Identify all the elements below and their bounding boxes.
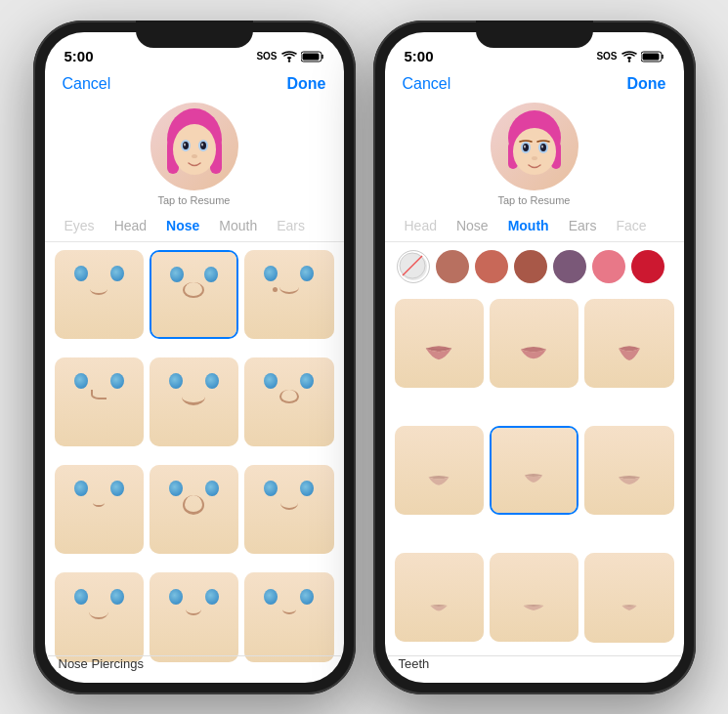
tap-to-resume-right: Tap to Resume: [498, 194, 571, 206]
mouth-option-2[interactable]: [490, 299, 578, 388]
nose-option-11[interactable]: [150, 572, 238, 661]
svg-point-24: [540, 144, 546, 151]
cancel-button-right[interactable]: Cancel: [403, 75, 451, 93]
done-button-left[interactable]: Done: [287, 75, 326, 93]
mouth-grid: [385, 291, 684, 683]
svg-point-23: [523, 144, 529, 151]
tap-to-resume-left: Tap to Resume: [158, 194, 231, 206]
svg-point-0: [287, 60, 289, 62]
phone-right: 5:00 SOS: [373, 21, 696, 694]
cancel-button-left[interactable]: Cancel: [63, 75, 111, 93]
svg-point-10: [200, 142, 206, 149]
wifi-icon-right: [621, 51, 637, 63]
nose-option-7[interactable]: [55, 465, 144, 554]
svg-point-27: [532, 156, 537, 160]
tab-nose-left[interactable]: Nose: [156, 214, 209, 237]
mouth-option-6[interactable]: [584, 426, 673, 515]
tabs-left: Eyes Head Nose Mouth Ears: [45, 210, 344, 242]
tab-face-right[interactable]: Face: [606, 214, 656, 237]
avatar-section-left: Tap to Resume: [45, 99, 344, 210]
nose-option-1[interactable]: [55, 250, 144, 339]
svg-point-14: [627, 60, 629, 62]
color-swatches: [385, 242, 684, 291]
signal-text-right: SOS: [596, 51, 617, 62]
tab-ears-left[interactable]: Ears: [267, 214, 315, 237]
phone-left-screen: 5:00 SOS: [45, 32, 344, 683]
mouth-option-9[interactable]: [584, 553, 673, 642]
swatch-5[interactable]: [592, 250, 625, 283]
nose-option-9[interactable]: [244, 465, 333, 554]
tab-mouth-left[interactable]: Mouth: [209, 214, 267, 237]
nose-option-2[interactable]: [150, 250, 238, 339]
svg-point-6: [173, 124, 216, 175]
tab-nose-right[interactable]: Nose: [447, 214, 498, 237]
bottom-label-right: Teeth: [385, 655, 684, 675]
mouth-option-1[interactable]: [395, 299, 484, 388]
time-left: 5:00: [64, 48, 94, 64]
svg-rect-2: [302, 53, 319, 60]
time-right: 5:00: [405, 48, 434, 64]
avatar-svg-left: [150, 103, 238, 190]
done-button-right[interactable]: Done: [627, 75, 666, 93]
avatar-left[interactable]: [150, 103, 238, 190]
nav-bar-right: Cancel Done: [385, 71, 684, 99]
svg-point-13: [192, 154, 197, 158]
mouth-option-3[interactable]: [584, 299, 673, 388]
nose-option-12[interactable]: [244, 572, 333, 661]
mouth-option-5[interactable]: [490, 426, 578, 515]
tab-eyes-left[interactable]: Eyes: [55, 214, 105, 237]
wifi-icon-left: [281, 51, 297, 63]
mouth-option-7[interactable]: [395, 553, 484, 642]
bottom-label-left: Nose Piercings: [45, 655, 344, 675]
avatar-section-right: Tap to Resume: [385, 99, 684, 210]
swatch-6[interactable]: [631, 250, 664, 283]
nose-option-10[interactable]: [55, 572, 144, 661]
swatch-4[interactable]: [553, 250, 586, 283]
phone-left: 5:00 SOS: [33, 21, 356, 694]
svg-line-29: [403, 256, 422, 275]
phones-container: 5:00 SOS: [33, 21, 696, 694]
tab-mouth-right[interactable]: Mouth: [498, 214, 559, 237]
notch-left: [136, 21, 253, 48]
nose-option-6[interactable]: [244, 357, 333, 446]
svg-point-11: [184, 143, 186, 146]
swatch-2[interactable]: [475, 250, 508, 283]
mouth-option-4[interactable]: [395, 426, 484, 515]
signal-text-left: SOS: [256, 51, 277, 62]
swatch-3[interactable]: [514, 250, 547, 283]
avatar-right[interactable]: [491, 103, 578, 190]
mouth-option-8[interactable]: [490, 553, 578, 642]
svg-point-26: [541, 145, 543, 147]
svg-point-12: [201, 143, 203, 146]
nose-option-5[interactable]: [150, 357, 238, 446]
status-icons-right: SOS: [596, 51, 664, 63]
tab-ears-right[interactable]: Ears: [559, 214, 607, 237]
svg-point-25: [524, 145, 526, 147]
phone-right-screen: 5:00 SOS: [385, 32, 684, 683]
tabs-right: Head Nose Mouth Ears Face: [385, 210, 684, 242]
svg-point-9: [183, 142, 189, 149]
nose-option-8[interactable]: [150, 465, 238, 554]
status-icons-left: SOS: [256, 51, 323, 63]
battery-icon-right: [641, 51, 664, 63]
battery-icon-left: [301, 51, 324, 63]
nav-bar-left: Cancel Done: [45, 71, 344, 99]
nose-option-3[interactable]: [244, 250, 333, 339]
svg-rect-16: [642, 53, 659, 60]
swatch-none[interactable]: [397, 250, 430, 283]
nose-option-4[interactable]: [55, 357, 144, 446]
avatar-svg-right: [491, 103, 578, 190]
nose-grid: [45, 242, 344, 683]
notch-right: [476, 21, 593, 48]
swatch-1[interactable]: [436, 250, 469, 283]
tab-head-left[interactable]: Head: [105, 214, 156, 237]
tab-head-right[interactable]: Head: [395, 214, 447, 237]
